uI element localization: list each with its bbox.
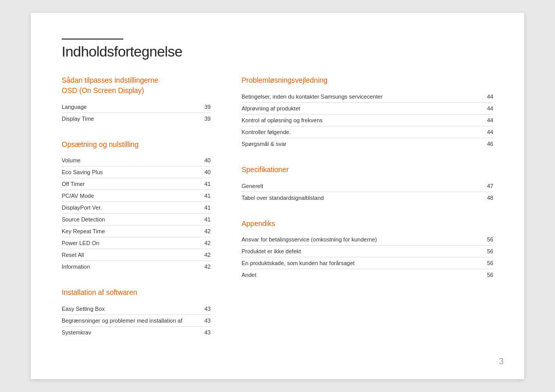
toc-row: Power LED On42 xyxy=(62,237,211,249)
toc-label: Off Timer xyxy=(62,178,195,190)
section-heading-opsaetning: Opsætning og nulstilling xyxy=(62,140,211,150)
toc-page: 42 xyxy=(195,249,211,261)
toc-row: Ansvar for betalingsservice (omkostning … xyxy=(242,234,493,246)
toc-page: 43 xyxy=(195,303,211,315)
page-number: 3 xyxy=(499,357,504,366)
toc-page: 39 xyxy=(195,101,211,113)
toc-row: Afprøvning af produktet44 xyxy=(242,102,493,114)
toc-row: Andet56 xyxy=(242,269,493,281)
toc-table-installation: Easy Setting Box43Begrænsninger og probl… xyxy=(62,303,211,338)
section-problemlosning: ProblemløsningsvejledningBetingelser, in… xyxy=(242,76,493,150)
toc-row: Reset All42 xyxy=(62,249,211,261)
toc-row: Easy Setting Box43 xyxy=(62,303,211,315)
toc-label: Kontrol af opløsning og frekvens xyxy=(242,114,478,126)
toc-label: Volume xyxy=(62,155,195,166)
toc-label: PC/AV Mode xyxy=(62,190,195,202)
toc-label: Source Detection xyxy=(62,214,195,226)
toc-label: Reset All xyxy=(62,249,195,261)
toc-row: DisplayPort Ver.41 xyxy=(62,202,211,214)
toc-page: 43 xyxy=(195,326,211,338)
toc-row: Source Detection41 xyxy=(62,214,211,226)
section-installation: Installation af softwarenEasy Setting Bo… xyxy=(62,288,211,338)
toc-row: Language39 xyxy=(62,101,211,113)
toc-row: Volume40 xyxy=(62,155,211,166)
section-heading-problemlosning: Problemløsningsvejledning xyxy=(242,76,493,86)
toc-label: Spørgsmål & svar xyxy=(242,138,478,150)
toc-label: Key Repeat Time xyxy=(62,226,195,237)
toc-label: Produktet er ikke defekt xyxy=(242,246,478,257)
toc-row: Kontroller følgende.44 xyxy=(242,126,493,138)
toc-label: Generelt xyxy=(242,180,478,192)
toc-label: En produktskade, som kunden har forårsag… xyxy=(242,257,478,269)
toc-label: Information xyxy=(62,261,195,273)
section-heading-specifikationer: Specifikationer xyxy=(242,165,493,175)
toc-row: Tabel over standardsignaltilstand48 xyxy=(242,192,493,203)
toc-page: 44 xyxy=(478,114,493,126)
toc-page: 39 xyxy=(195,113,211,124)
toc-row: Spørgsmål & svar46 xyxy=(242,138,493,150)
toc-page: 40 xyxy=(195,155,211,166)
toc-row: Information42 xyxy=(62,261,211,273)
left-column: Sådan tilpasses indstillingerne OSD (On … xyxy=(62,76,226,353)
toc-page: 40 xyxy=(195,166,211,178)
toc-label: Tabel over standardsignaltilstand xyxy=(242,192,478,203)
section-appendiks: AppendiksAnsvar for betalingsservice (om… xyxy=(242,219,493,281)
toc-page: 43 xyxy=(195,314,211,326)
toc-table-problemlosning: Betingelser, inden du kontakter Samsungs… xyxy=(242,91,493,150)
content-area: Sådan tilpasses indstillingerne OSD (On … xyxy=(62,76,493,353)
toc-row: Systemkrav43 xyxy=(62,326,211,338)
page: Indholdsfortegnelse Sådan tilpasses inds… xyxy=(31,13,524,379)
toc-row: Generelt47 xyxy=(242,180,493,192)
toc-label: Andet xyxy=(242,269,478,281)
toc-label: Display Time xyxy=(62,113,195,124)
toc-row: Display Time39 xyxy=(62,113,211,124)
toc-label: Betingelser, inden du kontakter Samsungs… xyxy=(242,91,478,103)
toc-row: Key Repeat Time42 xyxy=(62,226,211,237)
toc-row: Begrænsninger og problemer med installat… xyxy=(62,314,211,326)
toc-label: Afprøvning af produktet xyxy=(242,102,478,114)
toc-page: 44 xyxy=(478,91,493,103)
toc-page: 56 xyxy=(478,246,493,257)
toc-page: 56 xyxy=(478,234,493,246)
toc-label: Begrænsninger og problemer med installat… xyxy=(62,314,195,326)
toc-label: Ansvar for betalingsservice (omkostning … xyxy=(242,234,478,246)
toc-row: PC/AV Mode41 xyxy=(62,190,211,202)
toc-row: En produktskade, som kunden har forårsag… xyxy=(242,257,493,269)
title-underline xyxy=(62,39,123,40)
page-title-area: Indholdsfortegnelse xyxy=(62,39,493,60)
toc-label: Language xyxy=(62,101,195,113)
section-osd: Sådan tilpasses indstillingerne OSD (On … xyxy=(62,76,211,124)
toc-label: Kontroller følgende. xyxy=(242,126,478,138)
toc-row: Eco Saving Plus40 xyxy=(62,166,211,178)
section-specifikationer: SpecifikationerGenerelt47Tabel over stan… xyxy=(242,165,493,203)
toc-page: 42 xyxy=(195,261,211,273)
section-heading-appendiks: Appendiks xyxy=(242,219,493,229)
toc-page: 41 xyxy=(195,190,211,202)
toc-page: 56 xyxy=(478,269,493,281)
section-heading-osd: Sådan tilpasses indstillingerne OSD (On … xyxy=(62,76,211,96)
toc-row: Produktet er ikke defekt56 xyxy=(242,246,493,257)
toc-page: 42 xyxy=(195,226,211,237)
section-opsaetning: Opsætning og nulstillingVolume40Eco Savi… xyxy=(62,140,211,273)
toc-table-opsaetning: Volume40Eco Saving Plus40Off Timer41PC/A… xyxy=(62,155,211,272)
toc-page: 44 xyxy=(478,102,493,114)
section-heading-installation: Installation af softwaren xyxy=(62,288,211,298)
toc-row: Off Timer41 xyxy=(62,178,211,190)
toc-label: Eco Saving Plus xyxy=(62,166,195,178)
toc-page: 42 xyxy=(195,237,211,249)
right-column: ProblemløsningsvejledningBetingelser, in… xyxy=(226,76,493,353)
toc-page: 41 xyxy=(195,202,211,214)
toc-table-specifikationer: Generelt47Tabel over standardsignaltilst… xyxy=(242,180,493,203)
toc-label: Easy Setting Box xyxy=(62,303,195,315)
toc-label: DisplayPort Ver. xyxy=(62,202,195,214)
toc-table-osd: Language39Display Time39 xyxy=(62,101,211,124)
toc-row: Kontrol af opløsning og frekvens44 xyxy=(242,114,493,126)
toc-page: 48 xyxy=(478,192,493,203)
page-title: Indholdsfortegnelse xyxy=(62,44,493,60)
toc-row: Betingelser, inden du kontakter Samsungs… xyxy=(242,91,493,103)
toc-page: 41 xyxy=(195,214,211,226)
toc-table-appendiks: Ansvar for betalingsservice (omkostning … xyxy=(242,234,493,281)
toc-page: 41 xyxy=(195,178,211,190)
toc-page: 47 xyxy=(478,180,493,192)
toc-label: Power LED On xyxy=(62,237,195,249)
